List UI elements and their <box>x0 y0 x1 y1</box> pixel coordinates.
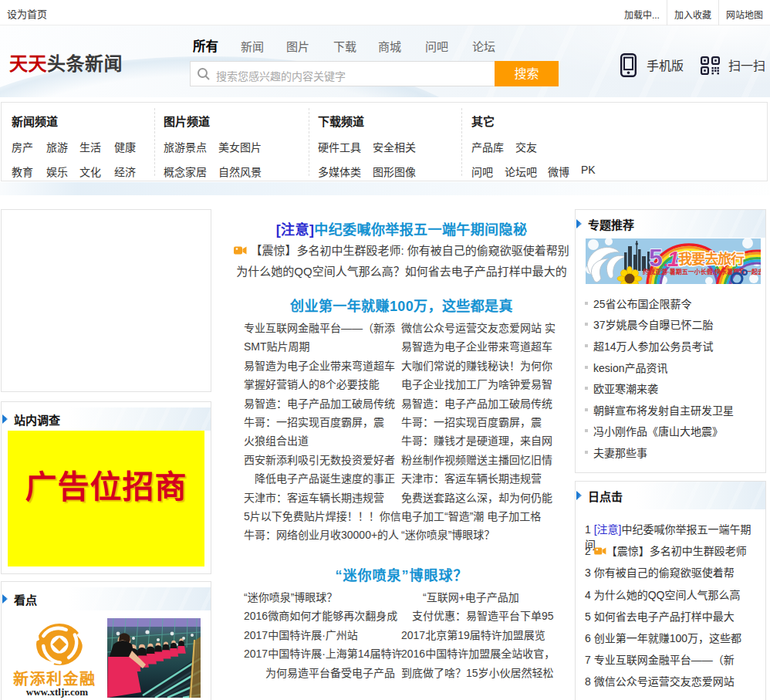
svg-text:新添利金融: 新添利金融 <box>13 670 96 688</box>
svg-text:我要去旅行: 我要去旅行 <box>678 251 745 267</box>
svg-text:www.xtljr.com: www.xtljr.com <box>26 686 89 698</box>
svg-text:5: 5 <box>649 244 663 272</box>
